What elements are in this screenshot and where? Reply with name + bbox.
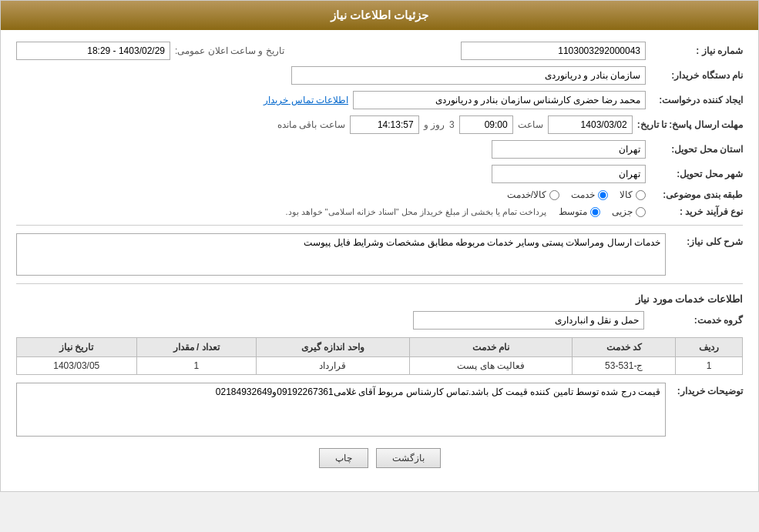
shahr-input[interactable] bbox=[492, 165, 646, 183]
dastgah-label: نام دستگاه خریدار: bbox=[650, 70, 743, 81]
farayand-label: نوع فرآیند خرید : bbox=[650, 206, 743, 217]
table-row: 1 ج-531-53 فعالیت های پست قرارداد 1 1403… bbox=[17, 357, 743, 375]
ostan-input[interactable] bbox=[492, 140, 646, 159]
tabaqe-kala-label: کالا bbox=[620, 189, 633, 200]
services-section-title: اطلاعات خدمات مورد نیاز bbox=[16, 293, 743, 305]
page-header: جزئیات اطلاعات نیاز bbox=[1, 1, 758, 30]
col-vahed: واحد اندازه گیری bbox=[256, 338, 409, 357]
shahr-label: شهر محل تحویل: bbox=[650, 169, 743, 179]
tabaqe-kala-khedmat[interactable]: کالا/خدمت bbox=[507, 189, 559, 200]
back-button[interactable]: بازگشت bbox=[376, 448, 441, 468]
farayand-jozi-label: جزیی bbox=[612, 206, 633, 217]
mohlat-saat-input[interactable] bbox=[459, 115, 513, 134]
main-container: جزئیات اطلاعات نیاز شماره نیاز : تاریخ و… bbox=[0, 0, 759, 492]
dastgah-row: نام دستگاه خریدار: bbox=[16, 66, 743, 85]
divider1 bbox=[16, 225, 743, 226]
shomara-input[interactable] bbox=[461, 42, 646, 60]
col-name: نام خدمت bbox=[410, 338, 573, 357]
farayand-row: نوع فرآیند خرید : جزیی متوسط پرداخت تمام… bbox=[16, 206, 743, 217]
mohlat-roz-label: روز و bbox=[424, 119, 445, 130]
farayand-motavaset[interactable]: متوسط bbox=[559, 206, 600, 217]
tabaqe-radio-group: کالا خدمت کالا/خدمت bbox=[507, 189, 646, 200]
tabaqe-kala-khedmat-label: کالا/خدمت bbox=[507, 189, 546, 200]
content-area: شماره نیاز : تاریخ و ساعت اعلان عمومی: ن… bbox=[1, 30, 758, 491]
tabaqe-kala-radio[interactable] bbox=[636, 190, 646, 200]
cell-radif: 1 bbox=[676, 357, 743, 375]
ostan-row: استان محل تحویل: bbox=[16, 140, 743, 159]
farayand-motavaset-radio[interactable] bbox=[590, 207, 600, 217]
tabaqe-label: طبقه بندی موضوعی: bbox=[650, 189, 743, 200]
divider2 bbox=[16, 283, 743, 284]
farayand-jozi[interactable]: جزیی bbox=[612, 206, 646, 217]
sharhkoli-label: شرح کلی نیاز: bbox=[673, 233, 743, 247]
tabaqe-khedmat-radio[interactable] bbox=[598, 190, 608, 200]
tabaqe-row: طبقه بندی موضوعی: کالا خدمت کالا/خدمت bbox=[16, 189, 743, 200]
mohlat-row: مهلت ارسال پاسخ: تا تاریخ: ساعت 3 روز و … bbox=[16, 115, 743, 134]
col-tarikh: تاریخ نیاز bbox=[17, 338, 137, 357]
ijad-row: ایجاد کننده درخواست: اطلاعات تماس خریدار bbox=[16, 91, 743, 109]
tarikh-label: تاریخ و ساعت اعلان عمومی: bbox=[175, 45, 284, 56]
tabaqe-khedmat-label: خدمت bbox=[571, 189, 595, 200]
services-table: ردیف کد خدمت نام خدمت واحد اندازه گیری ت… bbox=[16, 337, 743, 375]
mohlat-remaining-input[interactable] bbox=[350, 115, 419, 134]
mohlat-remaining-label: ساعت باقی مانده bbox=[277, 119, 345, 130]
group-row: گروه خدمت: bbox=[16, 311, 743, 330]
farayand-jozi-radio[interactable] bbox=[636, 207, 646, 217]
cell-vahed: قرارداد bbox=[256, 357, 409, 375]
table-header-row: ردیف کد خدمت نام خدمت واحد اندازه گیری ت… bbox=[17, 338, 743, 357]
farayand-motavaset-label: متوسط bbox=[559, 206, 587, 217]
print-button[interactable]: چاپ bbox=[319, 448, 368, 468]
page-title: جزئیات اطلاعات نیاز bbox=[331, 8, 428, 22]
shomara-row: شماره نیاز : تاریخ و ساعت اعلان عمومی: bbox=[16, 42, 743, 60]
tabaqe-kala-khedmat-radio[interactable] bbox=[549, 190, 559, 200]
buyer-notes-section: توضیحات خریدار: bbox=[16, 383, 743, 437]
ostan-label: استان محل تحویل: bbox=[650, 144, 743, 155]
cell-tedad: 1 bbox=[136, 357, 256, 375]
tarikh-input[interactable] bbox=[16, 42, 170, 60]
buttons-row: بازگشت چاپ bbox=[16, 448, 743, 480]
services-table-section: ردیف کد خدمت نام خدمت واحد اندازه گیری ت… bbox=[16, 337, 743, 375]
dastgah-input[interactable] bbox=[291, 66, 646, 85]
group-input[interactable] bbox=[413, 311, 644, 330]
cell-kod: ج-531-53 bbox=[573, 357, 676, 375]
shahr-row: شهر محل تحویل: bbox=[16, 165, 743, 183]
ettelaat-link[interactable]: اطلاعات تماس خریدار bbox=[264, 95, 348, 105]
cell-tarikh: 1403/03/05 bbox=[17, 357, 137, 375]
cell-name: فعالیت های پست bbox=[410, 357, 573, 375]
farayand-radio-group: جزیی متوسط bbox=[559, 206, 646, 217]
tabaqe-kala[interactable]: کالا bbox=[620, 189, 646, 200]
tabaqe-khedmat[interactable]: خدمت bbox=[571, 189, 608, 200]
mohlat-saat-label: ساعت bbox=[518, 119, 543, 130]
buyer-notes-label: توضیحات خریدار: bbox=[673, 383, 743, 396]
col-tedad: تعداد / مقدار bbox=[136, 338, 256, 357]
col-kod: کد خدمت bbox=[573, 338, 676, 357]
ijad-label: ایجاد کننده درخواست: bbox=[650, 95, 743, 105]
buyer-notes-textarea[interactable] bbox=[16, 383, 666, 437]
group-label: گروه خدمت: bbox=[650, 315, 743, 326]
mohlat-date-input[interactable] bbox=[548, 115, 633, 134]
ijad-input[interactable] bbox=[353, 91, 646, 109]
sharhkoli-section: شرح کلی نیاز: bbox=[16, 233, 743, 276]
farayand-note: پرداخت تمام یا بخشی از مبلغ خریداز محل "… bbox=[285, 207, 546, 217]
shomara-label: شماره نیاز : bbox=[650, 45, 743, 56]
mohlat-label: مهلت ارسال پاسخ: تا تاریخ: bbox=[637, 119, 743, 130]
sharhkoli-textarea[interactable] bbox=[16, 233, 666, 276]
col-radif: ردیف bbox=[676, 338, 743, 357]
mohlat-roz-value: 3 bbox=[449, 119, 455, 130]
